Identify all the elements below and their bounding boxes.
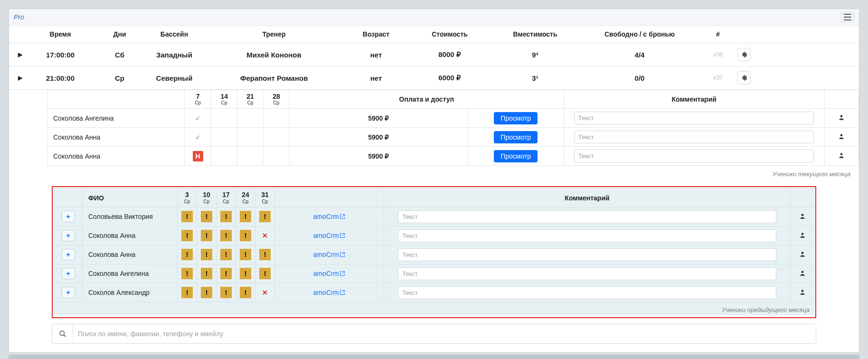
warning-icon: ! bbox=[201, 211, 212, 222]
amocrm-link[interactable]: amoCrm bbox=[313, 213, 346, 220]
prev-attendance-cell[interactable]: ! bbox=[236, 283, 255, 302]
person-icon[interactable] bbox=[791, 207, 814, 226]
person-icon[interactable] bbox=[791, 283, 814, 302]
prev-attendance-cell[interactable]: ! bbox=[178, 264, 197, 283]
prev-attendance-cell[interactable]: ! bbox=[197, 245, 217, 264]
add-student-button[interactable]: + bbox=[62, 249, 75, 260]
person-icon[interactable] bbox=[824, 109, 859, 128]
prev-attendance-cell[interactable]: ! bbox=[217, 264, 236, 283]
expand-caret[interactable]: ▶ bbox=[13, 75, 27, 81]
view-button[interactable]: Просмотр bbox=[494, 150, 538, 162]
comment-input[interactable] bbox=[574, 131, 814, 143]
prev-attendance-cell[interactable]: ! bbox=[197, 207, 217, 226]
person-icon[interactable] bbox=[791, 245, 814, 264]
amocrm-link[interactable]: amoCrm bbox=[313, 270, 346, 277]
attendance-cell[interactable] bbox=[211, 147, 237, 166]
attendance-cell[interactable] bbox=[237, 128, 264, 147]
attendance-cell[interactable]: Н bbox=[184, 147, 211, 166]
col-age: Возраст bbox=[345, 30, 407, 38]
sessions-header: Время Дни Бассейн Тренер Возраст Стоимос… bbox=[9, 26, 859, 43]
amocrm-link[interactable]: amoCrm bbox=[313, 232, 346, 239]
prev-attendance-cell[interactable]: ! bbox=[197, 283, 217, 302]
add-student-button[interactable]: + bbox=[62, 287, 75, 298]
attendance-cell[interactable] bbox=[264, 147, 290, 166]
prev-attendance-cell[interactable]: ! bbox=[178, 283, 197, 302]
col-crm bbox=[275, 189, 384, 207]
prev-comment-input[interactable] bbox=[398, 229, 776, 242]
person-icon[interactable] bbox=[791, 226, 814, 245]
warning-icon: ! bbox=[259, 249, 271, 260]
attendance-cell[interactable] bbox=[211, 109, 237, 128]
horizontal-scrollbar[interactable] bbox=[9, 355, 859, 359]
prev-attendance-cell[interactable]: ! bbox=[217, 283, 236, 302]
attendance-cell[interactable] bbox=[264, 109, 290, 128]
session-row: ▶21:00:00СрСеверныйФерапонт Романовнет60… bbox=[9, 66, 859, 90]
prev-attendance-cell[interactable]: ! bbox=[236, 226, 255, 245]
warning-icon: ! bbox=[181, 211, 193, 222]
student-name: Соколова Анна bbox=[47, 128, 185, 147]
view-button[interactable]: Просмотр bbox=[494, 131, 538, 143]
prev-student-name: Соколова Анна bbox=[83, 226, 178, 245]
prev-attendance-cell[interactable]: ! bbox=[197, 226, 217, 245]
comment-input[interactable] bbox=[574, 150, 814, 162]
view-button[interactable]: Просмотр bbox=[494, 112, 538, 124]
session-settings-button[interactable] bbox=[737, 48, 751, 61]
warning-icon: ! bbox=[259, 211, 271, 222]
prev-attendance-cell[interactable]: ! bbox=[197, 264, 217, 283]
warning-icon: ! bbox=[201, 287, 212, 298]
prev-attendance-cell[interactable]: ✕ bbox=[255, 283, 275, 302]
prev-attendance-cell[interactable]: ! bbox=[178, 207, 197, 226]
prev-comment-input[interactable] bbox=[398, 248, 776, 261]
col-comment: Комментарий bbox=[564, 90, 824, 109]
person-icon[interactable] bbox=[824, 128, 859, 147]
prev-attendance-cell[interactable]: ! bbox=[217, 207, 236, 226]
attendance-cell[interactable] bbox=[237, 147, 264, 166]
comment-input[interactable] bbox=[574, 112, 814, 124]
col-add bbox=[54, 189, 83, 207]
prev-attendance-cell[interactable]: ! bbox=[217, 226, 236, 245]
prev-student-name: Соколов Александр bbox=[83, 283, 178, 302]
prev-attendance-cell[interactable]: ! bbox=[255, 264, 275, 283]
col-date: 31Ср bbox=[255, 189, 275, 207]
prev-attendance-cell[interactable]: ! bbox=[236, 245, 255, 264]
expand-caret[interactable]: ▶ bbox=[13, 51, 27, 58]
col-time: Время bbox=[27, 30, 94, 38]
warning-icon: ! bbox=[220, 249, 232, 260]
attendance-cell[interactable] bbox=[237, 109, 264, 128]
col-date: 17Ср bbox=[217, 189, 236, 207]
add-student-button[interactable]: + bbox=[62, 268, 75, 279]
add-student-button[interactable]: + bbox=[62, 230, 75, 241]
warning-icon: ! bbox=[181, 230, 193, 241]
session-settings-button[interactable] bbox=[737, 71, 751, 85]
prev-attendance-cell[interactable]: ! bbox=[236, 207, 255, 226]
prev-attendance-cell[interactable]: ! bbox=[236, 264, 255, 283]
search-icon-box bbox=[52, 324, 73, 343]
col-date: 28Ср bbox=[264, 90, 290, 109]
amocrm-link[interactable]: amoCrm bbox=[313, 251, 346, 258]
warning-icon: ! bbox=[181, 268, 193, 279]
prev-comment-input[interactable] bbox=[398, 210, 776, 223]
amocrm-link[interactable]: amoCrm bbox=[313, 289, 346, 296]
menu-button[interactable] bbox=[841, 12, 854, 22]
add-student-button[interactable]: + bbox=[62, 211, 75, 222]
check-icon: ✓ bbox=[195, 114, 201, 122]
prev-attendance-cell[interactable]: ✕ bbox=[255, 226, 275, 245]
prev-attendance-cell[interactable]: ! bbox=[255, 207, 275, 226]
attendance-cell[interactable] bbox=[264, 128, 290, 147]
attendance-cell[interactable]: ✓ bbox=[184, 128, 211, 147]
prev-attendance-cell[interactable]: ! bbox=[178, 245, 197, 264]
search-input[interactable] bbox=[73, 324, 816, 343]
current-students-table: 7Ср14Ср21Ср28СрОплата и доступКомментари… bbox=[47, 90, 859, 166]
prev-attendance-cell[interactable]: ! bbox=[178, 226, 197, 245]
attendance-cell[interactable] bbox=[211, 128, 237, 147]
person-icon[interactable] bbox=[824, 147, 859, 166]
prev-attendance-cell[interactable]: ! bbox=[255, 245, 275, 264]
prev-attendance-cell[interactable]: ! bbox=[217, 245, 236, 264]
svg-point-5 bbox=[840, 153, 843, 156]
attendance-cell[interactable]: ✓ bbox=[184, 109, 211, 128]
session-price: 8000 ₽ bbox=[407, 50, 492, 59]
warning-icon: ! bbox=[240, 249, 251, 260]
prev-comment-input[interactable] bbox=[398, 286, 776, 299]
prev-comment-input[interactable] bbox=[398, 267, 776, 280]
person-icon[interactable] bbox=[791, 264, 814, 283]
